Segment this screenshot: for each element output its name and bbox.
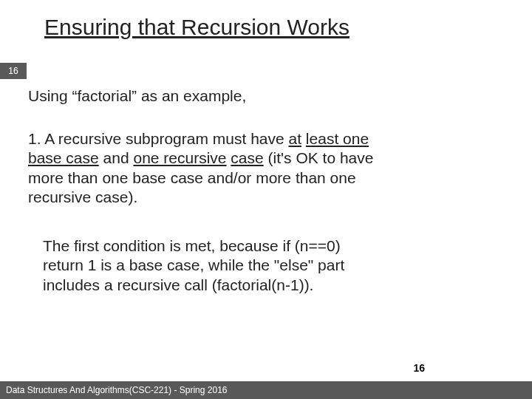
page-number: 16 <box>413 362 425 374</box>
intro-text: Using “factorial” as an example, <box>28 87 246 105</box>
point-1: 1. A recursive subprogram must have at l… <box>28 129 383 207</box>
point-1-underline-1: at <box>289 130 302 147</box>
footer-text: Data Structures And Algorithms(CSC-221) … <box>0 381 532 399</box>
slide-title: Ensuring that Recursion Works <box>0 0 532 40</box>
side-tag: 16 <box>0 63 27 79</box>
point-1-mid: and <box>99 149 134 166</box>
point-1-prefix: 1. A recursive subprogram must have <box>28 130 289 147</box>
point-1-underline-3: one recursive <box>133 149 226 166</box>
explain-text: The first condition is met, because if (… <box>43 236 383 295</box>
point-1-underline-4: case <box>231 149 263 166</box>
